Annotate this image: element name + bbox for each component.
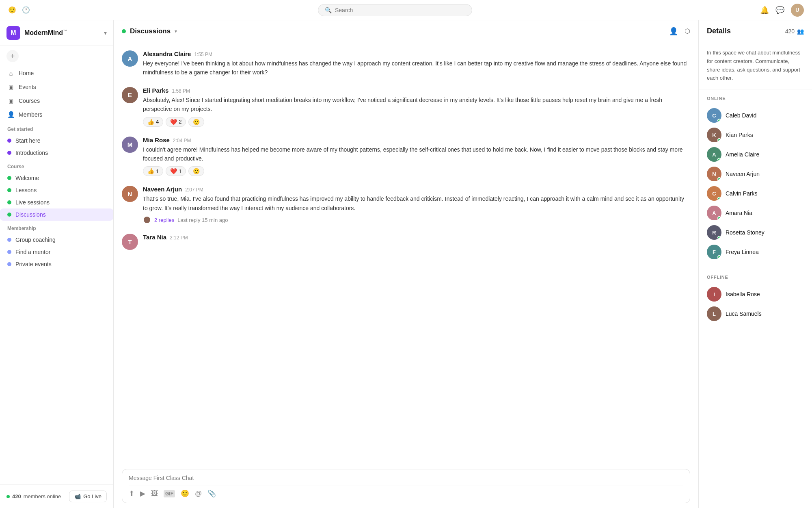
sidebar-item-group-coaching[interactable]: Group coaching xyxy=(0,234,113,246)
member-caleb-david[interactable]: C Caleb David xyxy=(707,106,804,125)
brand[interactable]: M ModernMind™ xyxy=(6,26,67,40)
member-luca-samuels[interactable]: L Luca Samuels xyxy=(707,304,804,323)
sidebar-item-events[interactable]: ▣ Events xyxy=(3,80,110,94)
dot-icon xyxy=(7,176,11,180)
sidebar-item-welcome[interactable]: Welcome xyxy=(0,172,113,184)
search-bar[interactable]: 🔍 xyxy=(318,4,472,16)
chat-header-right: 👤 ⬡ xyxy=(669,27,690,36)
message-text: Absolutely, Alex! Since I started integr… xyxy=(143,96,690,114)
leave-icon[interactable]: ⬡ xyxy=(685,27,690,35)
chat-header: Discussions ▾ 👤 ⬡ xyxy=(114,20,698,42)
avatar: C xyxy=(707,186,721,201)
emoji-icon[interactable]: 🙂 xyxy=(181,489,189,498)
message-text: I couldn't agree more! Mindfulness has h… xyxy=(143,145,690,163)
message-author: Tara Nia xyxy=(143,234,166,241)
message-text: That's so true, Mia. I've also found tha… xyxy=(143,194,690,213)
reaction-thumbsup[interactable]: 👍1 xyxy=(143,166,163,176)
user-avatar[interactable]: U xyxy=(791,4,804,17)
gif-icon[interactable]: GIF xyxy=(164,490,175,497)
avatar-mia: M xyxy=(122,137,138,153)
sidebar-item-label: Introductions xyxy=(15,150,48,156)
offline-members-section: OFFLINE I Isabella Rose L Luca Samuels xyxy=(699,268,812,330)
avatar: C xyxy=(707,108,721,123)
search-icon: 🔍 xyxy=(325,7,332,13)
avatar: N xyxy=(707,167,721,181)
member-name: Kian Parks xyxy=(726,132,753,138)
sidebar-item-discussions[interactable]: Discussions xyxy=(0,208,113,221)
sidebar-item-label: Welcome xyxy=(15,175,39,181)
member-name: Naveen Arjun xyxy=(726,171,760,177)
member-amelia-claire[interactable]: A Amelia Claire xyxy=(707,145,804,164)
members-icon: 👥 xyxy=(797,28,804,35)
sidebar-item-label: Private events xyxy=(15,261,52,267)
face-icon[interactable]: 🙂 xyxy=(8,6,16,14)
chat-area: Discussions ▾ 👤 ⬡ A Alexandra Claire 1:5… xyxy=(114,20,698,508)
reaction-smile[interactable]: 🙂 xyxy=(188,166,204,176)
member-name: Freya Linnea xyxy=(726,249,759,255)
add-member-icon[interactable]: 👤 xyxy=(669,27,678,36)
member-calvin-parks[interactable]: C Calvin Parks xyxy=(707,184,804,203)
brand-icon: M xyxy=(6,26,20,40)
sidebar-item-home[interactable]: ⌂ Home xyxy=(3,66,110,80)
dot-icon xyxy=(7,151,11,155)
topbar-left: 🙂 🕐 xyxy=(8,6,30,14)
sidebar-item-private-events[interactable]: Private events xyxy=(0,258,113,270)
avatar-tara: T xyxy=(122,234,138,250)
member-name: Isabella Rose xyxy=(726,291,760,297)
online-label: members online xyxy=(24,493,61,499)
membership-section-title: Membership xyxy=(0,221,113,234)
reaction-thumbsup[interactable]: 👍4 xyxy=(143,117,163,127)
play-icon[interactable]: ▶ xyxy=(140,489,145,498)
member-naveen-arjun[interactable]: N Naveen Arjun xyxy=(707,164,804,184)
avatar: F xyxy=(707,245,721,259)
member-isabella-rose[interactable]: I Isabella Rose xyxy=(707,284,804,304)
sidebar-footer: 420 members online 📹 Go Live xyxy=(0,484,113,508)
course-section-title: Course xyxy=(0,159,113,172)
go-live-button[interactable]: 📹 Go Live xyxy=(69,491,107,502)
image-icon[interactable]: 🖼 xyxy=(151,490,158,498)
message-author: Mia Rose xyxy=(143,137,170,143)
dot-icon xyxy=(7,238,11,242)
member-kian-parks[interactable]: K Kian Parks xyxy=(707,125,804,145)
member-rosetta-stoney[interactable]: R Rosetta Stoney xyxy=(707,223,804,242)
sidebar-item-find-mentor[interactable]: Find a mentor xyxy=(0,246,113,258)
member-name: Amara Nia xyxy=(726,210,752,216)
dot-icon xyxy=(7,213,11,217)
reaction-heart[interactable]: ❤️2 xyxy=(166,117,186,127)
sidebar-item-lessons[interactable]: Lessons xyxy=(0,184,113,196)
member-name: Rosetta Stoney xyxy=(726,229,764,236)
add-button[interactable]: + xyxy=(6,50,19,62)
sidebar-item-courses[interactable]: ▣ Courses xyxy=(3,94,110,108)
sidebar-item-label: Find a mentor xyxy=(15,249,50,255)
message-time: 2:04 PM xyxy=(173,138,191,143)
message-replies[interactable]: 2 replies Last reply 15 min ago xyxy=(143,216,690,224)
online-status: 420 members online xyxy=(6,493,61,499)
sidebar-item-introductions[interactable]: Introductions xyxy=(0,147,113,159)
message-icon[interactable]: 💬 xyxy=(775,6,784,15)
member-name: Luca Samuels xyxy=(726,310,762,317)
member-freya-linnea[interactable]: F Freya Linnea xyxy=(707,242,804,262)
sidebar-item-live-sessions[interactable]: Live sessions xyxy=(0,196,113,208)
avatar: L xyxy=(707,306,721,321)
online-members-section: ONLINE C Caleb David K Kian Parks A Amel… xyxy=(699,89,812,268)
reaction-smile[interactable]: 🙂 xyxy=(188,117,204,127)
nav-main: ⌂ Home ▣ Events ▣ Courses 👤 Members xyxy=(0,66,113,122)
clock-icon[interactable]: 🕐 xyxy=(22,6,30,14)
chat-title-chevron-icon[interactable]: ▾ xyxy=(175,28,177,34)
chat-input[interactable] xyxy=(129,475,683,481)
sidebar-item-start-here[interactable]: Start here xyxy=(0,135,113,147)
member-amara-nia[interactable]: A Amara Nia xyxy=(707,203,804,223)
go-live-icon: 📹 xyxy=(74,493,81,499)
topbar-right: 🔔 💬 U xyxy=(760,4,804,17)
search-input[interactable] xyxy=(335,7,465,13)
notification-icon[interactable]: 🔔 xyxy=(760,6,769,15)
chevron-down-icon[interactable]: ▾ xyxy=(104,30,107,36)
sidebar-item-members[interactable]: 👤 Members xyxy=(3,108,110,122)
member-name: Caleb David xyxy=(726,112,756,119)
upload-icon[interactable]: ⬆ xyxy=(129,489,134,498)
mention-icon[interactable]: @ xyxy=(195,490,202,498)
attachment-icon[interactable]: 📎 xyxy=(207,489,216,498)
avatar: I xyxy=(707,287,721,302)
reaction-heart[interactable]: ❤️1 xyxy=(166,166,186,176)
details-panel: Details 420 👥 In this space we chat abou… xyxy=(698,20,812,508)
